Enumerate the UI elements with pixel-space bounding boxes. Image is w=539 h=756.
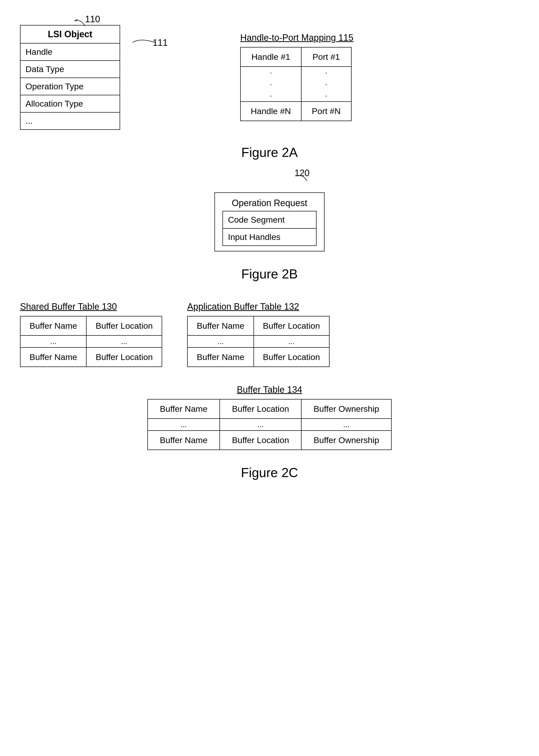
operation-request-box: Operation Request Code Segment Input Han… bbox=[214, 192, 325, 251]
lsi-object-box: LSI Object Handle Data Type Operation Ty… bbox=[20, 25, 120, 130]
sbt-header-loc: Buffer Location bbox=[86, 316, 162, 335]
lsi-row-optype: Operation Type bbox=[21, 78, 119, 95]
app-buffer-section: Application Buffer Table 132 Buffer Name… bbox=[187, 302, 329, 367]
lsi-title: LSI Object bbox=[21, 26, 119, 43]
shared-buffer-table: Buffer Name Buffer Location ... ... Buff… bbox=[20, 316, 162, 367]
bt134-footer-own: Buffer Ownership bbox=[301, 431, 391, 450]
bt134-dots-row: ... ... ... bbox=[148, 419, 391, 431]
abt-header-name: Buffer Name bbox=[188, 316, 254, 335]
htp-table: Handle #1 Port #1 · · · · · · Handle #N bbox=[240, 47, 351, 121]
lsi-object-section: 110 LSI Object Handle Data Type Operatio… bbox=[20, 25, 135, 130]
bt134-dots-mid: ... bbox=[220, 419, 301, 431]
bt134-footer-name: Buffer Name bbox=[148, 431, 220, 450]
figure-2a-container: 110 LSI Object Handle Data Type Operatio… bbox=[20, 15, 519, 130]
buffer-134-title: Buffer Table 134 bbox=[237, 384, 302, 395]
abt-dots-row: ... ... bbox=[188, 335, 329, 347]
buffer-tables-row: Shared Buffer Table 130 Buffer Name Buff… bbox=[20, 302, 519, 367]
sbt-dots-right: ... bbox=[86, 335, 162, 347]
code-segment-row: Code Segment bbox=[223, 211, 316, 229]
bt134-header-own: Buffer Ownership bbox=[301, 399, 391, 419]
lsi-row-alloctype: Allocation Type bbox=[21, 95, 119, 112]
sbt-footer-loc: Buffer Location bbox=[86, 347, 162, 367]
htp-dot-left2: · bbox=[241, 78, 301, 90]
htp-port1: Port #1 bbox=[301, 47, 351, 67]
htp-row-footer: Handle #N Port #N bbox=[241, 102, 351, 121]
htp-row-header: Handle #1 Port #1 bbox=[241, 47, 351, 67]
figure-2c-container: Shared Buffer Table 130 Buffer Name Buff… bbox=[20, 302, 519, 450]
htp-portN: Port #N bbox=[301, 102, 351, 121]
lsi-row-datatype: Data Type bbox=[21, 61, 119, 78]
abt-dots-right: ... bbox=[254, 335, 329, 347]
op-request-title: Operation Request bbox=[220, 198, 319, 208]
htp-dots-row3: · · bbox=[241, 90, 351, 102]
sbt-header-row: Buffer Name Buffer Location bbox=[20, 316, 162, 335]
bt134-dots-left: ... bbox=[148, 419, 220, 431]
htp-dot-left3: · bbox=[241, 90, 301, 102]
htp-dots-row: · · bbox=[241, 67, 351, 78]
htp-dot-right2: · bbox=[301, 78, 351, 90]
bt134-header-row: Buffer Name Buffer Location Buffer Owner… bbox=[148, 399, 391, 419]
app-buffer-title: Application Buffer Table 132 bbox=[187, 302, 299, 312]
bt134-header-loc: Buffer Location bbox=[220, 399, 301, 419]
figure-2c-label: Figure 2C bbox=[20, 465, 519, 480]
htp-dot-left: · bbox=[241, 67, 301, 78]
bt134-dots-right: ... bbox=[301, 419, 391, 431]
shared-buffer-title: Shared Buffer Table 130 bbox=[20, 302, 117, 312]
htp-dots-row2: · · bbox=[241, 78, 351, 90]
abt-header-row: Buffer Name Buffer Location bbox=[188, 316, 329, 335]
htp-dot-right3: · bbox=[301, 90, 351, 102]
abt-footer-row: Buffer Name Buffer Location bbox=[188, 347, 329, 367]
input-handles-row: Input Handles bbox=[223, 229, 316, 245]
app-buffer-table: Buffer Name Buffer Location ... ... Buff… bbox=[187, 316, 329, 367]
buffer-134-table: Buffer Name Buffer Location Buffer Owner… bbox=[147, 399, 392, 450]
sbt-header-name: Buffer Name bbox=[20, 316, 86, 335]
figure-2a-label: Figure 2A bbox=[20, 145, 519, 160]
figure-2b-container: 120 Operation Request Code Segment Input… bbox=[20, 180, 519, 251]
figure-2b-label: Figure 2B bbox=[20, 266, 519, 281]
htp-handle1: Handle #1 bbox=[241, 47, 301, 67]
htp-handleN: Handle #N bbox=[241, 102, 301, 121]
abt-footer-name: Buffer Name bbox=[188, 347, 254, 367]
sbt-footer-row: Buffer Name Buffer Location bbox=[20, 347, 162, 367]
bt134-header-name: Buffer Name bbox=[148, 399, 220, 419]
abt-footer-loc: Buffer Location bbox=[254, 347, 329, 367]
htp-dot-right: · bbox=[301, 67, 351, 78]
htp-title: Handle-to-Port Mapping 115 bbox=[240, 33, 353, 43]
shared-buffer-section: Shared Buffer Table 130 Buffer Name Buff… bbox=[20, 302, 162, 367]
lsi-row-handle: Handle bbox=[21, 43, 119, 61]
bt134-footer-row: Buffer Name Buffer Location Buffer Owner… bbox=[148, 431, 391, 450]
lsi-row-dots: ... bbox=[21, 112, 119, 129]
sbt-dots-left: ... bbox=[20, 335, 86, 347]
sbt-dots-row: ... ... bbox=[20, 335, 162, 347]
abt-header-loc: Buffer Location bbox=[254, 316, 329, 335]
buffer-134-section: Buffer Table 134 Buffer Name Buffer Loca… bbox=[20, 384, 519, 450]
htp-section: Handle-to-Port Mapping 115 Handle #1 Por… bbox=[240, 30, 353, 121]
abt-dots-left: ... bbox=[188, 335, 254, 347]
bt134-footer-loc: Buffer Location bbox=[220, 431, 301, 450]
sbt-footer-name: Buffer Name bbox=[20, 347, 86, 367]
op-request-inner: Code Segment Input Handles bbox=[222, 211, 317, 246]
